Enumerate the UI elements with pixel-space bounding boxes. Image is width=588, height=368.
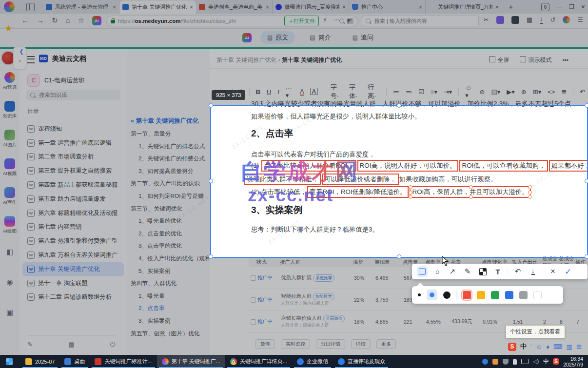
sidebar-chapter-item[interactable]: W 第八章 热浪引擎和付费推广引 [22,234,124,248]
ime-keyboard-icon[interactable]: ⌨ [553,343,563,350]
tray-shield-icon[interactable] [503,359,509,365]
taskbar-app[interactable]: 企业微信 [292,355,333,368]
taskbar-app[interactable]: 桌面 [59,355,90,368]
start-button-icon[interactable] [6,358,13,365]
table-footer-button[interactable]: 实时监控 [281,339,310,349]
taskbar-app[interactable]: 关键词推广详情页... [225,355,292,368]
row-checkbox[interactable] [251,297,256,303]
divider-insert-icon[interactable]: ≣ [561,88,567,96]
calendar-icon[interactable]: ▦ [68,341,74,349]
power-icon[interactable]: ⏻ [110,341,115,349]
rail-item-knowledge[interactable]: 知识库 [0,101,20,119]
pen-tool-icon[interactable]: ✎ [462,266,473,277]
selected-annotation-box[interactable]: ROI高，保留人群，并且可以加大溢价。 [410,186,530,198]
outline-item[interactable]: 2、点击量的优化 [131,228,209,240]
italic-icon[interactable]: I [277,88,279,96]
rail-item-ai-video[interactable]: AI视频 [0,158,20,177]
toolbar-search-box[interactable] [362,16,479,26]
rectangle-tool-icon[interactable] [417,266,428,277]
forward-icon[interactable]: → [37,16,44,25]
ime-skin-icon[interactable]: ▥ [567,343,572,350]
favorite-star-icon[interactable]: ★ [5,23,12,34]
color-swatch-green[interactable] [491,291,499,299]
fullscreen-button[interactable]: 全屏 [489,56,509,64]
taskbar-app[interactable]: 直播评论及观众 [333,355,390,368]
taskbar-app[interactable]: 第十章 关键词推广... [157,355,225,368]
knowledge-search-input[interactable] [38,92,116,98]
browser-tab[interactable]: 微曝澳门风云_百度搜索 × [273,0,349,14]
code-icon[interactable]: <> [548,88,555,96]
bullet-list-icon[interactable]: ≔ [393,88,399,96]
browser-tab[interactable]: 美迪创客_美迪电商_美 × [196,0,273,14]
edit-icon[interactable]: ✎ [27,341,33,349]
color-swatch-blue[interactable] [505,291,513,299]
ime-punct-icon[interactable]: ’ [530,343,532,350]
outline-item[interactable]: 第一节、质量分 [131,128,209,140]
stroke-size-large[interactable] [443,291,451,299]
rail-item-ai-writing[interactable]: AI写作 [0,187,20,206]
arrow-tool-icon[interactable]: ↗ [447,266,458,277]
outline-item[interactable]: 1、曝光量 [131,290,209,303]
window-minimize-button[interactable]: — [556,3,562,10]
tab-count-badge[interactable]: 6 [541,3,549,11]
link-icon[interactable]: ⊘ [480,88,485,96]
color-swatch-yellow[interactable] [477,291,485,299]
outline-item[interactable]: 3、如何提高质量得分 [131,165,209,178]
table-footer-button[interactable]: 详情 [351,339,371,349]
darkmode-extension-icon[interactable] [511,16,519,24]
table-insert-icon[interactable]: ⊞▾ [533,88,541,96]
window-restore-button[interactable]: ❐ [569,3,574,10]
sidebar-chapter-item[interactable]: W 第一章 运营推广的底层逻辑 [22,136,124,150]
more-format-icon[interactable]: ⋯▾ [286,84,294,99]
save-tool-icon[interactable]: ↓ [528,266,538,277]
tray-wecom-icon[interactable] [482,359,488,365]
confirm-snip-icon[interactable]: ✓ [563,266,573,277]
browser-profile-avatar[interactable] [4,1,15,12]
tray-app-icon[interactable] [492,359,498,365]
sidebar-chapter-item[interactable]: W 第十章 关键词推广优化 [22,262,124,276]
tray-sogou-icon[interactable]: S [553,358,559,365]
translate-extension-icon[interactable] [496,16,504,24]
outline-item[interactable]: 1、曝光量的优化 [131,215,209,228]
indent-icon[interactable]: ⇥▾ [444,88,452,96]
highlight-icon[interactable]: 🄰 [311,88,317,96]
sidebar-chapter-item[interactable]: W 第四章 新品上架获取流量秘籍 [22,178,124,192]
rail-item-ai-drawing[interactable]: AI绘图 [0,216,20,234]
knowledge-search-box[interactable] [26,90,120,100]
video-insert-icon[interactable]: ▶▾ [507,88,515,96]
align-icon[interactable]: ≡▾ [431,88,437,96]
sidebar-chapter-item[interactable]: W 第十一章 淘宝联盟 [22,276,124,291]
undo-icon[interactable]: ↶ [580,88,585,96]
quick-launch-icon[interactable]: ⚡ [323,16,327,25]
sidebar-chapter-item[interactable]: W 第五章 助力店铺流量爆发 [22,192,124,206]
address-bar[interactable]: https://os.medeyun.com/file/zhishiku/cla… [106,16,358,26]
home-icon[interactable]: ⌂ [66,16,70,25]
attachment-icon[interactable]: ⊕ [521,88,527,96]
browser-tab[interactable]: 推广中心 × [349,0,426,14]
ime-lang-toggle[interactable]: 中 [520,342,527,351]
text-color-icon[interactable]: A [300,88,304,96]
checklist-icon[interactable]: ☑ [418,88,424,96]
present-mode-button[interactable]: 演示模式 [520,56,551,64]
ordered-list-icon[interactable]: ≕ [406,88,412,96]
viewer-tab[interactable]: ▤ 原文 [260,31,295,44]
outline-item[interactable]: 2、关键词推广的扣费公式 [131,153,209,165]
ime-toolbox-icon[interactable]: ⊞ [576,343,582,350]
back-icon[interactable]: ← [21,16,29,25]
outline-item[interactable]: 3、点击率的优化 [131,240,209,252]
taskbar-clock[interactable]: 16:34 2025/7/9 [563,356,588,368]
color-swatch-white[interactable] [533,291,542,299]
scissors-icon[interactable]: ✂ [484,16,489,24]
outline-item[interactable]: 4、投入产出比的优化（观察7天/15... [131,252,209,265]
globe-icon[interactable]: ◉ [0,278,20,287]
breadcrumb[interactable]: 第十章 关键词推广优化 › 第十章 关键词推广优化 [216,56,342,64]
tab-close-icon[interactable]: × [113,4,116,11]
briefcase-icon[interactable]: ▣ [0,308,20,317]
taskbar-app[interactable]: 关键词推广标准计... [90,355,157,368]
mosaic-tool-icon[interactable] [477,266,488,277]
sidebar-chapter-item[interactable]: W 第二章 市场调查分析 [22,150,124,164]
tray-volume-icon[interactable]: ◁) [533,358,539,365]
browser-tab[interactable]: 系统管理 - 美迪云管理 × [43,0,119,14]
ellipse-tool-icon[interactable]: ○ [432,266,443,277]
collapse-panel-button[interactable]: 《 ⌖ [13,47,26,69]
